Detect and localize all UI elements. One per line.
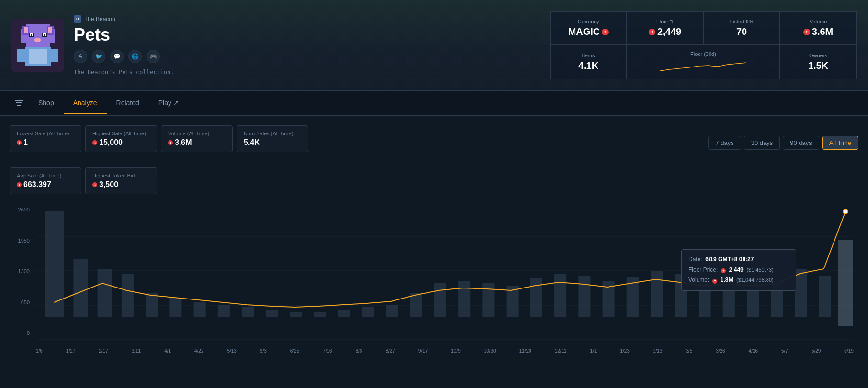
stat-box-volume-value: ✦ 3.6M: [168, 138, 225, 147]
navigation-bar: Shop Analyze Related Play ↗: [0, 91, 868, 116]
svg-rect-60: [819, 276, 831, 317]
main-content: Lowest Sale (All Time) ✦ 1 Highest Sale …: [0, 116, 868, 369]
svg-rect-12: [31, 34, 32, 36]
y-label-0: 0: [10, 330, 34, 336]
time-btn-7days[interactable]: 7 days: [708, 136, 741, 150]
x-label-14: 10/9: [451, 348, 460, 354]
stat-box-highest-bid: Highest Token Bid ✦ 3,500: [85, 167, 157, 194]
tab-related[interactable]: Related: [107, 92, 149, 114]
svg-rect-13: [44, 34, 45, 36]
svg-rect-48: [530, 278, 542, 317]
x-label-9: 6/25: [290, 348, 299, 354]
chart-x-axis: 1/6 1/27 2/17 3/11 4/1 4/22 5/13 6/3 6/2…: [36, 342, 854, 360]
x-label-17: 12/11: [555, 348, 567, 354]
collection-avatar: [11, 19, 64, 72]
chart-y-axis: 2600 1950 1300 650 0: [10, 202, 34, 341]
stat-owners-value: 1.5K: [808, 60, 828, 71]
time-btn-alltime[interactable]: All Time: [822, 136, 858, 150]
tooltip-floor-label: Floor Price:: [688, 266, 718, 273]
svg-rect-21: [16, 102, 22, 103]
filter-icon-button[interactable]: [10, 96, 29, 111]
tab-play[interactable]: Play ↗: [149, 92, 189, 114]
time-btn-30days[interactable]: 30 days: [744, 136, 780, 150]
magic-icon-sm-3: ✦: [168, 140, 173, 145]
stat-floor-label: Floor ⇅: [656, 19, 674, 24]
svg-rect-36: [242, 307, 254, 317]
x-label-12: 8/27: [385, 348, 395, 354]
svg-rect-39: [314, 312, 326, 317]
stat-box-num-label: Num Sales (All Time): [244, 131, 301, 136]
tooltip-date-row: Date: 6/19 GMT+8 08:27: [688, 255, 789, 265]
y-label-1300: 1300: [10, 268, 34, 274]
tooltip-volume-label: Volume:: [688, 277, 709, 283]
tab-shop[interactable]: Shop: [29, 92, 64, 114]
svg-rect-50: [578, 276, 590, 317]
svg-rect-46: [482, 283, 494, 317]
svg-rect-22: [17, 105, 21, 106]
magic-icon-tooltip-vol: ✦: [712, 279, 717, 284]
magic-icon-currency: ✦: [602, 29, 609, 35]
svg-rect-49: [554, 274, 566, 317]
svg-rect-32: [146, 293, 158, 317]
svg-rect-19: [50, 49, 58, 62]
stat-volume-value: ✦ 3.6M: [803, 26, 833, 37]
x-label-10: 7/16: [323, 348, 332, 354]
social-btn-a[interactable]: A: [74, 50, 87, 63]
social-btn-game[interactable]: 🎮: [147, 50, 160, 63]
stat-floor-30d: Floor (30d): [627, 45, 780, 79]
stat-box-num-sales: Num Sales (All Time) 5.4K: [237, 125, 308, 152]
svg-rect-30: [98, 269, 112, 317]
svg-point-62: [843, 209, 848, 214]
stat-box-volume: Volume (All Time) ✦ 3.6M: [161, 125, 233, 152]
magic-icon-sm-4: ✦: [17, 182, 22, 187]
x-label-24: 5/7: [781, 348, 788, 354]
brand-name: B The Beacon: [74, 15, 541, 23]
stat-box-bid-value: ✦ 3,500: [92, 180, 150, 189]
stat-box-lowest-label: Lowest Sale (All Time): [17, 131, 74, 136]
stat-box-highest-label: Highest Sale (All Time): [92, 131, 150, 136]
magic-icon-sm-1: ✦: [17, 140, 22, 145]
y-label-650: 650: [10, 299, 34, 305]
tooltip-floor-value: 2,449: [729, 266, 744, 273]
x-label-5: 4/1: [164, 348, 171, 354]
x-label-1: 1/6: [36, 348, 43, 354]
x-label-19: 1/23: [620, 348, 629, 354]
x-label-2: 1/27: [66, 348, 75, 354]
x-label-13: 9/17: [418, 348, 428, 354]
stat-floor: Floor ⇅ ✦ 2,449: [627, 11, 703, 45]
x-label-26: 6/19: [844, 348, 853, 354]
stat-box-lowest-sale: Lowest Sale (All Time) ✦ 1: [10, 125, 81, 152]
stat-currency-label: Currency: [578, 19, 599, 24]
social-btn-discord[interactable]: 💬: [110, 50, 124, 63]
svg-rect-20: [15, 100, 23, 101]
magic-icon-tooltip-floor: ✦: [721, 268, 726, 273]
svg-rect-35: [218, 305, 230, 317]
stat-listed-value: 70: [736, 26, 747, 37]
collection-description: The Beacon's Pets collection.: [74, 69, 541, 76]
tab-analyze[interactable]: Analyze: [64, 92, 107, 114]
stat-volume: Volume ✦ 3.6M: [780, 11, 857, 45]
social-btn-web[interactable]: 🌐: [128, 50, 142, 63]
y-label-2600: 2600: [10, 207, 34, 212]
price-chart: 2600 1950 1300 650 0: [10, 202, 858, 360]
stat-items: Items 4.1K: [550, 45, 627, 79]
sort-up-icon: ⇅: [670, 19, 674, 24]
magic-icon-volume: ✦: [803, 29, 810, 35]
svg-rect-61: [838, 240, 853, 326]
x-label-16: 11/20: [519, 348, 531, 354]
controls-row: Lowest Sale (All Time) ✦ 1 Highest Sale …: [10, 125, 858, 160]
collection-info: B The Beacon Pets A 🐦 💬 🌐 🎮 The Beacon's…: [74, 15, 541, 76]
time-btn-90days[interactable]: 90 days: [783, 136, 819, 150]
svg-rect-38: [290, 312, 302, 317]
stat-items-value: 4.1K: [578, 60, 598, 71]
x-label-21: 3/5: [686, 348, 692, 354]
svg-rect-31: [122, 274, 134, 317]
social-btn-twitter[interactable]: 🐦: [92, 50, 105, 63]
y-label-1950: 1950: [10, 238, 34, 244]
stat-owners-label: Owners: [809, 53, 827, 58]
stat-box-avg-sale: Avg Sale (All Time) ✦ 663.397: [10, 167, 81, 194]
x-label-23: 4/16: [749, 348, 758, 354]
tooltip-volume-value: 1.8M: [721, 277, 733, 283]
svg-rect-59: [795, 269, 807, 317]
stat-owners: Owners 1.5K: [780, 45, 857, 79]
